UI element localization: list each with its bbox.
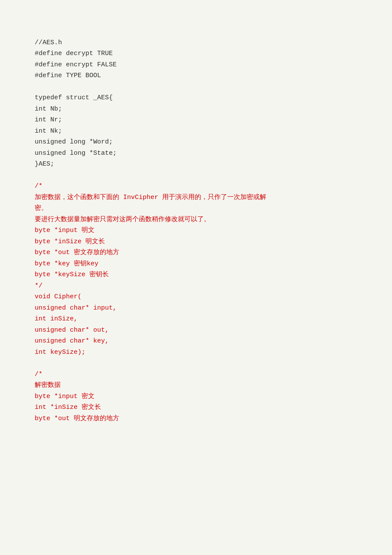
code-line-l5 [35, 82, 357, 93]
code-line-l26: int inSize, [35, 313, 357, 325]
code-line-l28: unsigned char* key, [35, 336, 357, 347]
code-line-l19: byte *inSize 明文长 [35, 236, 357, 248]
code-line-l32: 解密数据 [35, 380, 357, 391]
code-line-l14: /* [35, 181, 357, 192]
code-line-l29: int keySize); [35, 347, 357, 358]
code-line-l16: 密。 [35, 203, 357, 214]
code-line-l8: int Nr; [35, 114, 357, 126]
code-line-l23: */ [35, 281, 357, 292]
code-line-l1: //AES.h [35, 37, 357, 49]
code-line-l10: unsigned long *Word; [35, 137, 357, 148]
code-line-l18: byte *input 明文 [35, 225, 357, 236]
code-line-l17: 要进行大数据量加解密只需对这两个函数稍作修改就可以了。 [35, 214, 357, 225]
code-line-l35: byte *out 明文存放的地方 [35, 413, 357, 424]
code-line-l30 [35, 358, 357, 369]
code-line-l25: unsigned char* input, [35, 303, 357, 314]
code-line-l15: 加密数据，这个函数和下面的 InvCipher 用于演示用的，只作了一次加密或解 [35, 192, 357, 203]
code-line-l31: /* [35, 369, 357, 380]
code-line-l7: int Nb; [35, 104, 357, 115]
code-container: //AES.h#define decrypt TRUE#define encry… [35, 26, 357, 424]
code-line-l20: byte *out 密文存放的地方 [35, 247, 357, 258]
code-line-l11: unsigned long *State; [35, 148, 357, 159]
code-line-l24: void Cipher( [35, 291, 357, 303]
code-line-l22: byte *keySize 密钥长 [35, 269, 357, 281]
code-line-l34: int *inSize 密文长 [35, 402, 357, 413]
code-line-l3: #define encrypt FALSE [35, 59, 357, 71]
code-line-l13 [35, 170, 357, 181]
code-line-l33: byte *input 密文 [35, 391, 357, 402]
code-line-l4: #define TYPE BOOL [35, 70, 357, 82]
code-line-l12: }AES; [35, 159, 357, 170]
code-line-l9: int Nk; [35, 126, 357, 137]
code-line-l27: unsigned char* out, [35, 325, 357, 336]
code-line-l2: #define decrypt TRUE [35, 48, 357, 59]
code-line-l21: byte *key 密钥key [35, 258, 357, 270]
code-line-l6: typedef struct _AES{ [35, 92, 357, 104]
